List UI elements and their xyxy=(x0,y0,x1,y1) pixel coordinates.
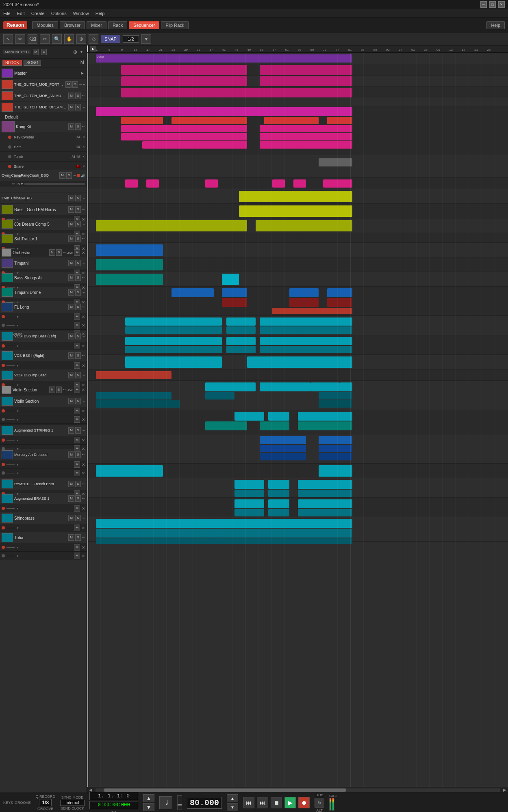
aug-strings-mx1[interactable]: M xyxy=(74,437,80,443)
clip-block[interactable] xyxy=(319,445,352,452)
tamb-m[interactable]: M xyxy=(76,155,80,158)
dream-s[interactable]: S xyxy=(75,104,81,110)
clip-block[interactable] xyxy=(125,346,222,353)
clip-block[interactable] xyxy=(172,117,247,124)
vcs-lead-m[interactable]: M xyxy=(68,372,74,378)
timpani-w[interactable]: 〜 xyxy=(82,261,85,266)
rev-cymbal-x[interactable]: ✕ xyxy=(82,136,85,139)
track-options-btn[interactable]: ▼ xyxy=(80,50,83,54)
snap-button[interactable]: SNAP xyxy=(101,35,120,43)
orchestra-w[interactable]: 〜 xyxy=(63,251,66,255)
h-scrollbar[interactable]: ◀ ▶ xyxy=(87,787,508,793)
tuba-w[interactable]: 〜 xyxy=(82,536,85,540)
shinobrass-s[interactable]: S xyxy=(75,515,81,521)
clip-block[interactable] xyxy=(96,220,247,231)
play-btn[interactable]: ▶ xyxy=(284,797,296,808)
fl-long-w[interactable]: 〜 xyxy=(82,305,85,309)
clip-block[interactable] xyxy=(268,480,289,489)
french-horn-s[interactable]: S xyxy=(75,481,81,487)
aug-strings-mx2[interactable]: M xyxy=(74,445,80,452)
clip-block[interactable] xyxy=(96,259,163,270)
clip-block[interactable] xyxy=(226,346,256,353)
vcs-right-xbtn[interactable]: ✕ xyxy=(82,363,85,368)
tool-hand[interactable]: ✋ xyxy=(64,34,74,44)
tool-eraser[interactable]: ⌫ xyxy=(28,34,37,44)
rev-cymbal-m[interactable]: M xyxy=(76,136,80,138)
fortune-w[interactable]: 〜 xyxy=(79,82,82,87)
clip-block[interactable] xyxy=(205,179,218,188)
clip-block[interactable] xyxy=(234,412,264,421)
tuba-m[interactable]: M xyxy=(68,534,74,541)
bass-fm-m[interactable]: M xyxy=(68,206,74,213)
clip-block[interactable] xyxy=(96,107,352,116)
metronome-icon[interactable]: 𝅘𝅥 xyxy=(159,796,172,809)
clip-block[interactable] xyxy=(319,158,352,166)
clip-block[interactable] xyxy=(268,412,289,421)
clip-block[interactable] xyxy=(234,480,264,489)
clip-block[interactable] xyxy=(327,117,352,124)
clip-block[interactable] xyxy=(205,382,256,391)
clip-block[interactable] xyxy=(260,125,352,132)
add-track-btn[interactable]: ⊕ xyxy=(73,49,77,55)
clip-block[interactable] xyxy=(234,490,264,497)
clip-block[interactable] xyxy=(260,65,352,75)
violin-group-xbtn[interactable]: ✕ xyxy=(82,388,85,392)
timeline-ruler[interactable]: ▶ 15913172125293337414549535761656973778… xyxy=(87,45,508,53)
aug-strings-s[interactable]: S xyxy=(75,427,81,434)
tuba-s[interactable]: S xyxy=(75,534,81,541)
clip-block[interactable] xyxy=(121,65,247,75)
dub-icon[interactable]: ↻ xyxy=(315,798,324,808)
menu-edit[interactable]: Edit xyxy=(17,11,25,16)
vcs-lead-s[interactable]: S xyxy=(75,372,81,378)
tool-extra2[interactable]: ◇ xyxy=(89,34,98,44)
nav-browser[interactable]: Browser xyxy=(60,21,85,29)
animus-m[interactable]: M xyxy=(68,93,74,99)
bass-fm-w[interactable]: 〜 xyxy=(82,207,85,212)
cym-bsq-w[interactable]: 〜 xyxy=(73,173,76,178)
clip-block[interactable] xyxy=(293,179,306,188)
fl-long-xbtn1[interactable]: ✕ xyxy=(82,315,85,319)
clip-block[interactable] xyxy=(260,326,352,334)
mercury-mx1[interactable]: M xyxy=(74,461,80,468)
bass-strings-m[interactable]: M xyxy=(68,274,74,281)
clip-block[interactable] xyxy=(268,509,289,516)
subtractor-s[interactable]: S xyxy=(75,235,81,242)
window-controls[interactable]: ─ □ ✕ xyxy=(480,1,505,8)
violin-w[interactable]: 〜 xyxy=(82,399,85,404)
orchestra-m[interactable]: M xyxy=(49,249,55,256)
maximize-btn[interactable]: □ xyxy=(489,1,496,8)
clip-block[interactable] xyxy=(319,436,352,444)
menu-window[interactable]: Window xyxy=(73,11,89,16)
tuba-xbtn2[interactable]: ✕ xyxy=(82,554,85,558)
level-slider[interactable] xyxy=(177,795,182,810)
hats-m[interactable]: M xyxy=(76,145,80,148)
nav-sequencer[interactable]: Sequencer xyxy=(129,21,159,29)
cym-bsq-s[interactable]: S xyxy=(66,172,72,179)
fl-long-mx1[interactable]: M xyxy=(74,313,80,320)
vcs-right-m[interactable]: M xyxy=(68,352,74,359)
clip-block[interactable] xyxy=(260,346,352,353)
step-down-btn[interactable]: ▼ xyxy=(143,803,154,811)
violin-group-w[interactable]: 〜 xyxy=(63,388,66,392)
fortune-m[interactable]: M xyxy=(65,81,72,88)
timecode-display[interactable]: 0:00:00:000 xyxy=(89,801,138,809)
clip-block[interactable] xyxy=(260,421,289,430)
clip-block[interactable] xyxy=(268,490,289,497)
dream-comp-w[interactable]: 〜 xyxy=(82,222,85,227)
clip-block[interactable] xyxy=(260,141,352,149)
clip-block[interactable] xyxy=(319,465,352,477)
rewind-btn[interactable]: ⏮ xyxy=(243,797,254,808)
shinobrass-m[interactable]: M xyxy=(68,515,74,521)
bass-strings-w[interactable]: 〜 xyxy=(82,276,85,280)
shinobrass-mx[interactable]: M xyxy=(74,525,80,531)
timpani-drone-s[interactable]: S xyxy=(75,289,81,296)
tool-extra1[interactable]: ⊕ xyxy=(76,34,86,44)
clip-block[interactable] xyxy=(121,117,163,124)
animus-w[interactable]: 〜 xyxy=(82,94,85,98)
clip-block[interactable] xyxy=(96,392,172,400)
vcs-right-s[interactable]: S xyxy=(75,352,81,359)
stop-btn[interactable]: ⏹ xyxy=(271,797,282,808)
vcs-left-xbtn[interactable]: ✕ xyxy=(82,344,85,348)
nav-rack[interactable]: Rack xyxy=(108,21,127,29)
fl-long-mx2[interactable]: M xyxy=(74,322,80,328)
